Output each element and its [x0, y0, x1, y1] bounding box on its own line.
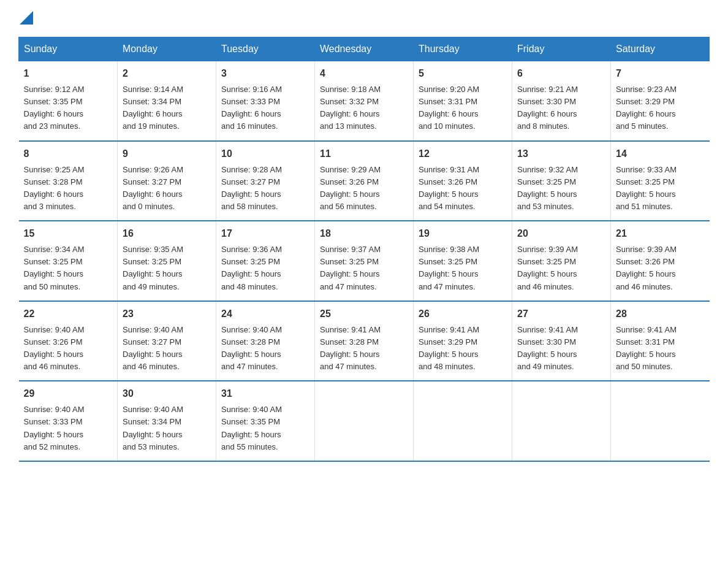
day-info: Sunrise: 9:29 AMSunset: 3:26 PMDaylight:… — [320, 165, 381, 211]
day-info: Sunrise: 9:25 AMSunset: 3:28 PMDaylight:… — [24, 165, 85, 211]
calendar-cell: 15Sunrise: 9:34 AMSunset: 3:25 PMDayligh… — [19, 221, 118, 301]
calendar-cell: 23Sunrise: 9:40 AMSunset: 3:27 PMDayligh… — [118, 301, 216, 381]
calendar-cell: 25Sunrise: 9:41 AMSunset: 3:28 PMDayligh… — [315, 301, 414, 381]
calendar-cell: 8Sunrise: 9:25 AMSunset: 3:28 PMDaylight… — [19, 141, 118, 221]
day-number: 27 — [517, 307, 605, 321]
day-info: Sunrise: 9:23 AMSunset: 3:29 PMDaylight:… — [616, 85, 677, 131]
logo — [18, 12, 33, 25]
calendar-cell: 6Sunrise: 9:21 AMSunset: 3:30 PMDaylight… — [512, 61, 611, 141]
day-info: Sunrise: 9:41 AMSunset: 3:31 PMDaylight:… — [616, 325, 677, 371]
day-number: 31 — [221, 386, 309, 401]
day-info: Sunrise: 9:26 AMSunset: 3:27 PMDaylight:… — [123, 165, 183, 211]
calendar-cell — [512, 381, 611, 461]
day-number: 5 — [419, 66, 507, 81]
day-info: Sunrise: 9:16 AMSunset: 3:33 PMDaylight:… — [221, 85, 282, 131]
page-header — [18, 12, 710, 25]
day-number: 6 — [517, 66, 605, 81]
day-info: Sunrise: 9:40 AMSunset: 3:26 PMDaylight:… — [24, 325, 85, 371]
day-number: 2 — [123, 66, 211, 81]
logo-triangle-icon — [20, 11, 33, 25]
day-info: Sunrise: 9:41 AMSunset: 3:29 PMDaylight:… — [419, 325, 479, 371]
day-info: Sunrise: 9:41 AMSunset: 3:28 PMDaylight:… — [320, 325, 381, 371]
calendar-cell — [414, 381, 512, 461]
calendar-cell: 28Sunrise: 9:41 AMSunset: 3:31 PMDayligh… — [611, 301, 710, 381]
day-number: 12 — [419, 147, 507, 161]
calendar-week-row: 1Sunrise: 9:12 AMSunset: 3:35 PMDaylight… — [19, 61, 710, 141]
day-info: Sunrise: 9:36 AMSunset: 3:25 PMDaylight:… — [221, 245, 282, 291]
day-info: Sunrise: 9:40 AMSunset: 3:27 PMDaylight:… — [123, 325, 183, 371]
day-number: 1 — [24, 66, 113, 81]
day-number: 26 — [419, 307, 507, 321]
day-number: 14 — [616, 147, 705, 161]
calendar-cell: 3Sunrise: 9:16 AMSunset: 3:33 PMDaylight… — [216, 61, 315, 141]
day-info: Sunrise: 9:18 AMSunset: 3:32 PMDaylight:… — [320, 85, 381, 131]
day-number: 28 — [616, 307, 705, 321]
calendar-cell: 19Sunrise: 9:38 AMSunset: 3:25 PMDayligh… — [414, 221, 512, 301]
calendar-header: SundayMondayTuesdayWednesdayThursdayFrid… — [19, 37, 710, 61]
weekday-header-sunday: Sunday — [19, 37, 118, 61]
day-number: 13 — [517, 147, 605, 161]
day-info: Sunrise: 9:40 AMSunset: 3:28 PMDaylight:… — [221, 325, 282, 371]
calendar-table: SundayMondayTuesdayWednesdayThursdayFrid… — [18, 37, 710, 462]
day-info: Sunrise: 9:39 AMSunset: 3:25 PMDaylight:… — [517, 245, 578, 291]
calendar-cell: 17Sunrise: 9:36 AMSunset: 3:25 PMDayligh… — [216, 221, 315, 301]
day-info: Sunrise: 9:12 AMSunset: 3:35 PMDaylight:… — [24, 85, 85, 131]
calendar-week-row: 8Sunrise: 9:25 AMSunset: 3:28 PMDaylight… — [19, 141, 710, 221]
day-number: 30 — [123, 386, 211, 401]
day-number: 15 — [24, 226, 113, 241]
day-info: Sunrise: 9:38 AMSunset: 3:25 PMDaylight:… — [419, 245, 479, 291]
day-number: 23 — [123, 307, 211, 321]
day-info: Sunrise: 9:34 AMSunset: 3:25 PMDaylight:… — [24, 245, 85, 291]
day-number: 21 — [616, 226, 705, 241]
weekday-header-thursday: Thursday — [414, 37, 512, 61]
svg-marker-0 — [20, 11, 33, 25]
calendar-cell: 13Sunrise: 9:32 AMSunset: 3:25 PMDayligh… — [512, 141, 611, 221]
calendar-cell: 10Sunrise: 9:28 AMSunset: 3:27 PMDayligh… — [216, 141, 315, 221]
day-number: 9 — [123, 147, 211, 161]
calendar-cell: 11Sunrise: 9:29 AMSunset: 3:26 PMDayligh… — [315, 141, 414, 221]
calendar-cell: 14Sunrise: 9:33 AMSunset: 3:25 PMDayligh… — [611, 141, 710, 221]
day-number: 10 — [221, 147, 309, 161]
calendar-cell: 30Sunrise: 9:40 AMSunset: 3:34 PMDayligh… — [118, 381, 216, 461]
calendar-cell: 4Sunrise: 9:18 AMSunset: 3:32 PMDaylight… — [315, 61, 414, 141]
day-info: Sunrise: 9:20 AMSunset: 3:31 PMDaylight:… — [419, 85, 479, 131]
day-info: Sunrise: 9:40 AMSunset: 3:33 PMDaylight:… — [24, 405, 85, 451]
calendar-cell: 7Sunrise: 9:23 AMSunset: 3:29 PMDaylight… — [611, 61, 710, 141]
day-number: 16 — [123, 226, 211, 241]
day-number: 4 — [320, 66, 408, 81]
day-number: 7 — [616, 66, 705, 81]
calendar-cell: 20Sunrise: 9:39 AMSunset: 3:25 PMDayligh… — [512, 221, 611, 301]
weekday-header-row: SundayMondayTuesdayWednesdayThursdayFrid… — [19, 37, 710, 61]
day-info: Sunrise: 9:14 AMSunset: 3:34 PMDaylight:… — [123, 85, 183, 131]
day-number: 24 — [221, 307, 309, 321]
day-number: 19 — [419, 226, 507, 241]
calendar-cell — [611, 381, 710, 461]
day-info: Sunrise: 9:39 AMSunset: 3:26 PMDaylight:… — [616, 245, 677, 291]
day-number: 11 — [320, 147, 408, 161]
day-info: Sunrise: 9:31 AMSunset: 3:26 PMDaylight:… — [419, 165, 479, 211]
weekday-header-friday: Friday — [512, 37, 611, 61]
calendar-body: 1Sunrise: 9:12 AMSunset: 3:35 PMDaylight… — [19, 61, 710, 461]
calendar-week-row: 29Sunrise: 9:40 AMSunset: 3:33 PMDayligh… — [19, 381, 710, 461]
calendar-cell — [315, 381, 414, 461]
calendar-cell: 12Sunrise: 9:31 AMSunset: 3:26 PMDayligh… — [414, 141, 512, 221]
calendar-cell: 27Sunrise: 9:41 AMSunset: 3:30 PMDayligh… — [512, 301, 611, 381]
day-info: Sunrise: 9:33 AMSunset: 3:25 PMDaylight:… — [616, 165, 677, 211]
day-info: Sunrise: 9:40 AMSunset: 3:34 PMDaylight:… — [123, 405, 183, 451]
calendar-cell: 2Sunrise: 9:14 AMSunset: 3:34 PMDaylight… — [118, 61, 216, 141]
day-number: 22 — [24, 307, 113, 321]
calendar-week-row: 15Sunrise: 9:34 AMSunset: 3:25 PMDayligh… — [19, 221, 710, 301]
calendar-cell: 9Sunrise: 9:26 AMSunset: 3:27 PMDaylight… — [118, 141, 216, 221]
day-number: 20 — [517, 226, 605, 241]
calendar-cell: 5Sunrise: 9:20 AMSunset: 3:31 PMDaylight… — [414, 61, 512, 141]
day-info: Sunrise: 9:37 AMSunset: 3:25 PMDaylight:… — [320, 245, 381, 291]
day-info: Sunrise: 9:32 AMSunset: 3:25 PMDaylight:… — [517, 165, 578, 211]
calendar-cell: 31Sunrise: 9:40 AMSunset: 3:35 PMDayligh… — [216, 381, 315, 461]
calendar-cell: 18Sunrise: 9:37 AMSunset: 3:25 PMDayligh… — [315, 221, 414, 301]
weekday-header-tuesday: Tuesday — [216, 37, 315, 61]
day-info: Sunrise: 9:35 AMSunset: 3:25 PMDaylight:… — [123, 245, 183, 291]
day-number: 8 — [24, 147, 113, 161]
day-number: 29 — [24, 386, 113, 401]
day-number: 3 — [221, 66, 309, 81]
calendar-cell: 1Sunrise: 9:12 AMSunset: 3:35 PMDaylight… — [19, 61, 118, 141]
